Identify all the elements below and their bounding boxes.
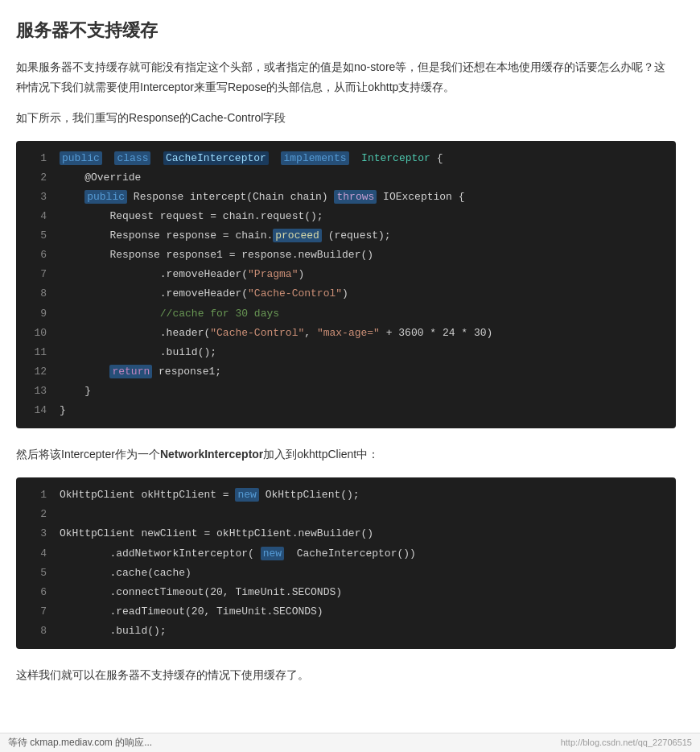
line-num-6: 6	[24, 246, 47, 264]
code-content-5: Response response = chain.proceed (reque…	[60, 227, 668, 245]
code2-num-3: 3	[24, 525, 47, 543]
line-num-8: 8	[24, 285, 47, 303]
code-line-2: 2 @Override	[16, 168, 676, 188]
code-line-12: 12 return response1;	[16, 362, 676, 382]
code-content-2: @Override	[60, 169, 668, 187]
between-text-prefix: 然后将该Intercepter作为一个	[16, 448, 160, 461]
line-num-3: 3	[24, 188, 47, 206]
line-num-11: 11	[24, 344, 47, 362]
code2-content-1: OkHttpClient okHttpClient = new OkHttpCl…	[60, 486, 668, 504]
code-content-3: public Response intercept(Chain chain) t…	[60, 188, 668, 206]
code2-line-7: 7 .readTimeout(20, TimeUnit.SECONDS)	[16, 602, 676, 622]
code-block-1: 1 public class CacheInterceptor implemen…	[16, 141, 676, 428]
code2-num-4: 4	[24, 545, 47, 563]
code-line-11: 11 .build();	[16, 343, 676, 362]
line-num-12: 12	[24, 363, 47, 381]
code-line-6: 6 Response response1 = response.newBuild…	[16, 246, 676, 265]
code2-num-6: 6	[24, 584, 47, 601]
code-line-5: 5 Response response = chain.proceed (req…	[16, 226, 676, 246]
code-line-4: 4 Request request = chain.request();	[16, 207, 676, 226]
between-text-bold: NetworkInterceptor	[160, 448, 263, 461]
code-content-9: //cache for 30 days	[60, 305, 668, 323]
line-num-7: 7	[24, 266, 47, 283]
line-num-2: 2	[24, 169, 47, 187]
code2-content-3: OkHttpClient newClient = okHttpClient.ne…	[60, 525, 668, 543]
code2-num-1: 1	[24, 486, 47, 504]
footer-bar: 等待 ckmap.mediav.com 的响应... http://blog.c…	[0, 733, 700, 752]
line-num-10: 10	[24, 324, 47, 342]
line-num-9: 9	[24, 305, 47, 323]
code2-content-7: .readTimeout(20, TimeUnit.SECONDS)	[60, 603, 668, 621]
code2-line-1: 1 OkHttpClient okHttpClient = new OkHttp…	[16, 485, 676, 505]
code-line-1: 1 public class CacheInterceptor implemen…	[16, 149, 676, 168]
code-line-10: 10 .header("Cache-Control", "max-age=" +…	[16, 324, 676, 343]
footer-status: 等待 ckmap.mediav.com 的响应...	[8, 735, 152, 750]
code-line-8: 8 .removeHeader("Cache-Control")	[16, 284, 676, 304]
sub-description-paragraph: 如下所示，我们重写的Response的Cache-Control字段	[16, 108, 676, 128]
between-text-suffix: 加入到okhttpClient中：	[263, 448, 379, 461]
code2-content-6: .connectTimeout(20, TimeUnit.SECONDS)	[60, 584, 668, 601]
code-content-13: }	[60, 382, 668, 400]
description-paragraph: 如果服务器不支持缓存就可能没有指定这个头部，或者指定的值是如no-store等，…	[16, 57, 676, 97]
line-num-13: 13	[24, 382, 47, 400]
code-content-8: .removeHeader("Cache-Control")	[60, 285, 668, 303]
code2-content-8: .build();	[60, 622, 668, 640]
line-num-5: 5	[24, 227, 47, 245]
code-line-3: 3 public Response intercept(Chain chain)…	[16, 188, 676, 207]
code2-line-8: 8 .build();	[16, 622, 676, 641]
code-content-12: return response1;	[60, 363, 668, 381]
code2-content-5: .cache(cache)	[60, 564, 668, 582]
code2-num-7: 7	[24, 603, 47, 621]
code-content-7: .removeHeader("Pragma")	[60, 266, 668, 283]
between-text: 然后将该Intercepter作为一个NetworkInterceptor加入到…	[16, 444, 676, 465]
code2-content-2	[60, 506, 668, 523]
code-line-9: 9 //cache for 30 days	[16, 304, 676, 324]
code-line-7: 7 .removeHeader("Pragma")	[16, 265, 676, 284]
page-title: 服务器不支持缓存	[16, 16, 676, 44]
code-content-14: }	[60, 402, 668, 419]
code-line-13: 13 }	[16, 382, 676, 401]
code2-content-4: .addNetworkInterceptor( new CacheInterce…	[60, 545, 668, 563]
code-content-4: Request request = chain.request();	[60, 208, 668, 225]
code-line-14: 14 }	[16, 401, 676, 420]
line-num-14: 14	[24, 402, 47, 419]
code2-line-6: 6 .connectTimeout(20, TimeUnit.SECONDS)	[16, 583, 676, 602]
code2-num-5: 5	[24, 564, 47, 582]
code2-line-4: 4 .addNetworkInterceptor( new CacheInter…	[16, 544, 676, 564]
code-content-6: Response response1 = response.newBuilder…	[60, 246, 668, 264]
page-container: 服务器不支持缓存 如果服务器不支持缓存就可能没有指定这个头部，或者指定的值是如n…	[0, 0, 700, 752]
code2-line-2: 2	[16, 505, 676, 524]
code2-num-8: 8	[24, 622, 47, 640]
code-content-1: public class CacheInterceptor implements…	[60, 150, 668, 167]
code2-line-3: 3 OkHttpClient newClient = okHttpClient.…	[16, 524, 676, 543]
code2-line-5: 5 .cache(cache)	[16, 564, 676, 583]
footer-url: http://blog.csdn.net/qq_22706515	[561, 736, 692, 750]
code2-num-2: 2	[24, 506, 47, 523]
code-content-10: .header("Cache-Control", "max-age=" + 36…	[60, 324, 668, 342]
final-text: 这样我们就可以在服务器不支持缓存的情况下使用缓存了。	[16, 665, 676, 685]
code-content-11: .build();	[60, 344, 668, 362]
code-block-2: 1 OkHttpClient okHttpClient = new OkHttp…	[16, 477, 676, 649]
line-num-1: 1	[24, 150, 47, 167]
line-num-4: 4	[24, 208, 47, 225]
